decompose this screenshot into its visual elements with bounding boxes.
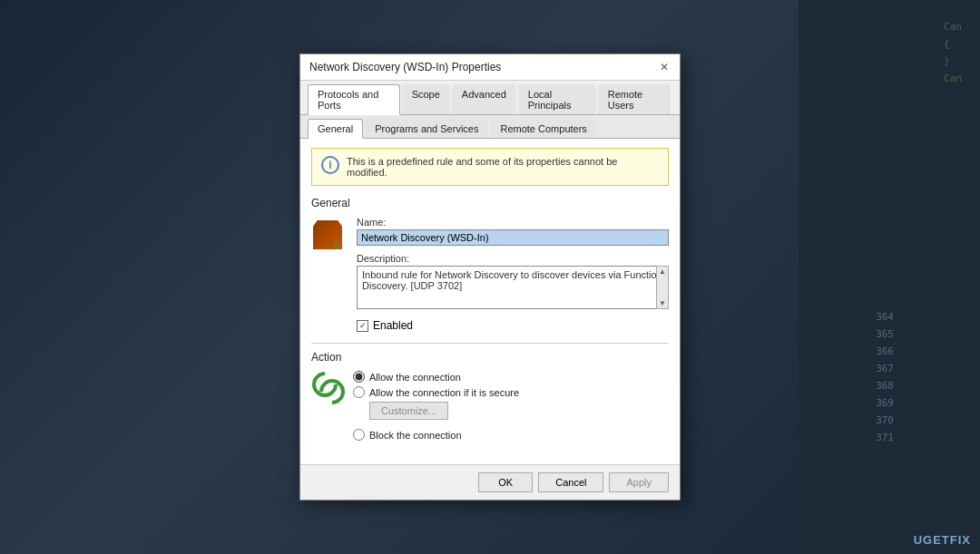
tabs-row1: Protocols and Ports Scope Advanced Local…: [300, 81, 680, 115]
tab-remote-computers[interactable]: Remote Computers: [490, 119, 596, 138]
name-input[interactable]: [357, 229, 669, 246]
customize-button[interactable]: Customize...: [369, 402, 448, 420]
dialog-window: Network Discovery (WSD-In) Properties ✕ …: [299, 53, 681, 501]
radio-allow-label: Allow the connection: [369, 372, 461, 383]
code-text: Can { } Can: [932, 18, 962, 87]
dialog-title: Network Discovery (WSD-In) Properties: [309, 61, 501, 73]
radio-block: Block the connection: [353, 429, 669, 441]
description-textarea[interactable]: Inbound rule for Network Discovery to di…: [357, 266, 669, 309]
radio-allow-secure-input[interactable]: [353, 386, 365, 398]
tab-local-principals[interactable]: Local Principals: [518, 84, 596, 114]
dialog-titlebar: Network Discovery (WSD-In) Properties ✕: [300, 54, 680, 81]
name-label: Name:: [357, 217, 669, 228]
general-section-label: General: [311, 197, 669, 209]
tab-scope[interactable]: Scope: [402, 84, 450, 114]
tab-remote-users[interactable]: Remote Users: [598, 84, 671, 114]
radio-allow-secure-label: Allow the connection if it is secure: [369, 387, 519, 398]
info-icon: i: [321, 156, 339, 174]
info-banner: i This is a predefined rule and some of …: [311, 148, 669, 186]
line-numbers: 364365366367368369370371: [876, 308, 894, 446]
radio-options: Allow the connection Allow the connectio…: [353, 371, 669, 444]
firewall-icon: ↻: [311, 217, 348, 253]
tab-protocols-ports[interactable]: Protocols and Ports: [308, 84, 400, 115]
description-label: Description:: [357, 253, 669, 264]
action-row: Allow the connection Allow the connectio…: [311, 371, 669, 444]
enabled-label: Enabled: [373, 319, 413, 332]
tabs-row2: General Programs and Services Remote Com…: [300, 115, 680, 139]
tab-advanced[interactable]: Advanced: [452, 84, 516, 114]
dialog-footer: OK Cancel Apply: [300, 464, 680, 500]
fields-area: Name: Description: Inbound rule for Netw…: [357, 217, 669, 332]
recycle-arrows-icon: [312, 372, 345, 404]
tab-general[interactable]: General: [308, 119, 363, 139]
tab-programs-services[interactable]: Programs and Services: [365, 119, 488, 138]
code-background: 364365366367368369370371 Can { } Can: [799, 0, 980, 554]
description-field-row: Description: Inbound rule for Network Di…: [357, 253, 669, 312]
close-button[interactable]: ✕: [658, 61, 671, 73]
info-text: This is a predefined rule and some of it…: [347, 156, 659, 178]
enabled-row: ✓ Enabled: [357, 319, 669, 332]
dialog-content: i This is a predefined rule and some of …: [300, 139, 680, 464]
description-area: Inbound rule for Network Discovery to di…: [357, 266, 669, 312]
ok-button[interactable]: OK: [478, 472, 533, 492]
green-arrow-icon: ↻: [333, 238, 349, 255]
section-divider: [311, 343, 669, 344]
radio-block-label: Block the connection: [369, 430, 462, 441]
apply-button[interactable]: Apply: [609, 472, 669, 492]
watermark: UGETFIX: [914, 533, 971, 547]
scrollbar[interactable]: ▲ ▼: [656, 266, 669, 309]
enabled-checkbox[interactable]: ✓: [357, 320, 368, 332]
radio-allow-input[interactable]: [353, 371, 365, 383]
action-section-label: Action: [311, 351, 669, 364]
name-field-row: Name:: [357, 217, 669, 246]
radio-allow: Allow the connection: [353, 371, 669, 383]
action-icon: [311, 371, 346, 405]
radio-customize-row: Customize...: [353, 402, 669, 425]
general-section: ↻ Name: Description: Inbound rule for Ne…: [311, 217, 669, 332]
radio-allow-secure: Allow the connection if it is secure: [353, 386, 669, 398]
radio-block-input[interactable]: [353, 429, 365, 441]
cancel-button[interactable]: Cancel: [538, 472, 603, 492]
